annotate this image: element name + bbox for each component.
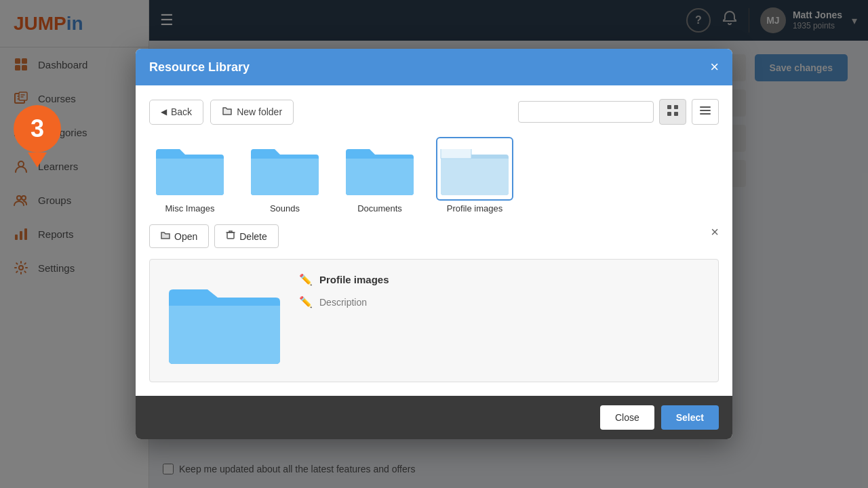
- grid-view-button[interactable]: [659, 99, 686, 125]
- folder-profile-images[interactable]: Profile images: [434, 138, 515, 214]
- balloon-pointer: [28, 152, 47, 167]
- delete-label: Delete: [239, 231, 267, 242]
- detail-name-field: ✏️ Profile images: [299, 273, 705, 286]
- folder-sounds[interactable]: Sounds: [244, 138, 326, 214]
- detail-desc-field: ✏️ Description: [299, 296, 705, 308]
- delete-button[interactable]: Delete: [214, 224, 278, 248]
- modal-toolbar: ◀ Back New folder 🔍: [149, 99, 719, 125]
- step-balloon: 3: [14, 105, 61, 167]
- resource-library-modal: Resource Library × ◀ Back New folder: [136, 49, 732, 439]
- detail-close-button[interactable]: ×: [711, 224, 719, 240]
- search-wrapper: 🔍: [518, 101, 654, 123]
- open-icon: [161, 230, 170, 242]
- folder-icon-documents: [342, 138, 417, 199]
- new-folder-button[interactable]: New folder: [210, 100, 294, 125]
- folder-icon-misc-images: [153, 138, 227, 199]
- folder-label-profile-images: Profile images: [447, 203, 502, 214]
- folder-documents[interactable]: Documents: [339, 138, 420, 214]
- svg-rect-17: [227, 232, 234, 239]
- back-label: Back: [171, 106, 192, 117]
- svg-rect-13: [667, 105, 671, 109]
- back-button[interactable]: ◀ Back: [149, 100, 203, 125]
- list-view-button[interactable]: [692, 99, 719, 125]
- detail-folder-icon: [163, 273, 285, 368]
- detail-panel: ✏️ Profile images ✏️ Description: [149, 259, 719, 382]
- pencil-desc-icon: ✏️: [299, 296, 313, 308]
- folder-icon-sounds: [248, 138, 322, 199]
- svg-rect-15: [667, 112, 671, 116]
- detail-info: ✏️ Profile images ✏️ Description: [299, 273, 705, 318]
- open-button[interactable]: Open: [149, 224, 209, 248]
- detail-folder-name: Profile images: [319, 274, 389, 285]
- detail-description: Description: [319, 297, 367, 308]
- modal-close-button[interactable]: ×: [710, 60, 719, 75]
- modal-title: Resource Library: [149, 60, 250, 75]
- back-icon: ◀: [161, 107, 167, 117]
- folder-icon-profile-images: [437, 138, 512, 199]
- footer-close-button[interactable]: Close: [600, 405, 654, 430]
- svg-rect-14: [674, 105, 678, 109]
- search-input[interactable]: [518, 101, 654, 123]
- svg-rect-16: [674, 112, 678, 116]
- folders-grid: Misc Images Sounds: [149, 138, 719, 214]
- step-number: 3: [14, 105, 61, 152]
- folder-misc-images[interactable]: Misc Images: [149, 138, 231, 214]
- open-label: Open: [174, 231, 197, 242]
- modal-header: Resource Library ×: [136, 49, 732, 85]
- new-folder-label: New folder: [237, 106, 282, 117]
- delete-icon: [226, 230, 235, 242]
- detail-section: Open Delete ×: [149, 224, 719, 382]
- modal-body: ◀ Back New folder 🔍: [136, 85, 732, 396]
- folder-label-misc-images: Misc Images: [165, 203, 215, 214]
- folder-label-documents: Documents: [357, 203, 402, 214]
- folder-label-sounds: Sounds: [270, 203, 300, 214]
- modal-footer: Close Select: [136, 396, 732, 439]
- folder-actions: Open Delete ×: [149, 224, 719, 248]
- folder-add-icon: [222, 106, 233, 119]
- footer-select-button[interactable]: Select: [661, 405, 719, 430]
- pencil-name-icon: ✏️: [299, 273, 313, 286]
